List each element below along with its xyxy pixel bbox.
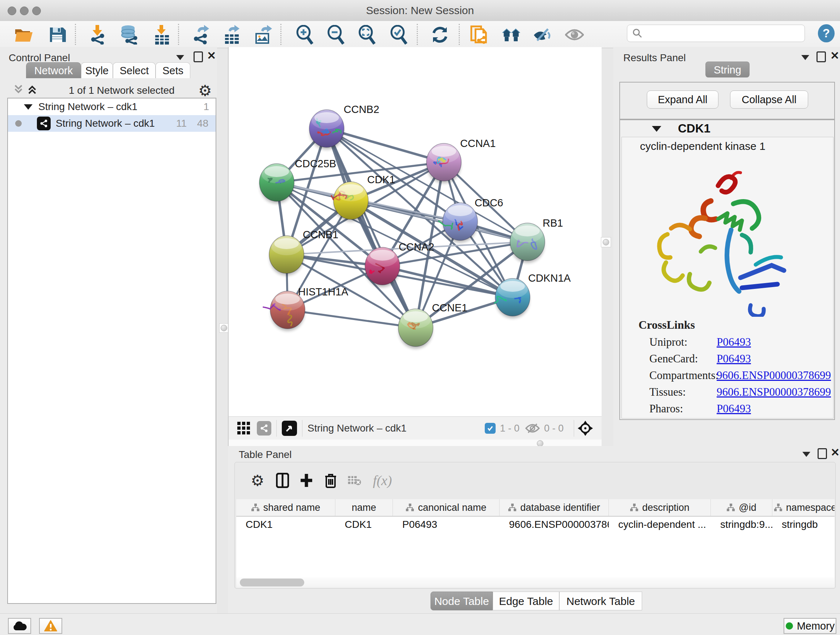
column-header-database-identifier[interactable]: database identifier (500, 499, 609, 516)
table-cell[interactable]: P06493 (393, 516, 500, 532)
show-graphics-details-icon[interactable] (565, 25, 584, 44)
table-hscrollbar-thumb[interactable] (240, 578, 304, 586)
network-options-gear-icon[interactable]: ⚙ (198, 82, 212, 100)
collapse-all-tree-icon[interactable] (12, 83, 25, 96)
copy-network-to-clipboard-icon[interactable] (470, 25, 489, 44)
zoom-out-icon[interactable] (327, 25, 346, 44)
selected-checkbox-icon[interactable] (485, 423, 496, 434)
results-panel-close-icon[interactable]: ✕ (830, 51, 839, 60)
tab-network[interactable]: Network (26, 62, 81, 78)
hide-graphics-details-icon[interactable] (532, 25, 551, 44)
table-cell[interactable]: stringdb (772, 516, 835, 532)
tab-node-table[interactable]: Node Table (431, 592, 493, 610)
expand-all-tree-icon[interactable] (26, 83, 38, 96)
tab-sets[interactable]: Sets (156, 62, 190, 78)
node-label: CDC6 (475, 197, 503, 209)
table-cell[interactable]: CDK1 (236, 516, 335, 532)
table-cell[interactable]: cyclin-dependent ... (609, 516, 711, 532)
right-splitter-handle[interactable] (601, 237, 611, 247)
table-cell[interactable]: stringdb:9... (711, 516, 772, 532)
column-header-name[interactable]: name (335, 499, 393, 516)
network-node-HIST1H1A[interactable]: HIST1H1A (263, 286, 348, 331)
tab-select[interactable]: Select (113, 62, 156, 78)
import-network-from-file-icon[interactable] (88, 25, 106, 44)
crosslink-link[interactable]: P06493 (717, 336, 751, 348)
delete-column-trash-icon[interactable] (325, 473, 337, 488)
node-expand-caret-icon[interactable] (652, 126, 661, 132)
results-panel-float-icon[interactable] (816, 51, 826, 62)
results-panel-menu-caret-icon[interactable] (801, 55, 809, 60)
collapse-all-button[interactable]: Collapse All (730, 90, 808, 109)
network-node-CCNB2[interactable]: CCNB2 (309, 103, 379, 149)
table-panel-menu-caret-icon[interactable] (802, 452, 810, 457)
crosslink-link[interactable]: P06493 (717, 402, 751, 415)
table-panel-close-icon[interactable]: ✕ (831, 448, 840, 457)
crosslink-link[interactable]: 9606.ENSP00000378699 (717, 369, 831, 382)
table-hscrollbar[interactable] (236, 578, 835, 587)
search-input[interactable] (643, 27, 799, 40)
fit-selected-crosshair-icon[interactable] (577, 420, 594, 437)
warnings-button[interactable] (39, 618, 62, 634)
network-node-RB1[interactable]: RB1 (510, 217, 563, 263)
tab-edge-table[interactable]: Edge Table (493, 592, 559, 610)
export-image-icon[interactable] (254, 25, 273, 44)
network-row[interactable]: String Network – cdk1 11 48 (8, 115, 216, 132)
import-table-from-file-icon[interactable] (153, 25, 172, 44)
function-builder-icon[interactable]: f(x) (373, 472, 392, 488)
table-row[interactable]: CDK1CDK1P064939606.ENSP00000378699cyclin… (236, 516, 835, 532)
network-node-CCNE1[interactable]: CCNE1 (398, 302, 467, 348)
zoom-fit-icon[interactable] (358, 25, 377, 44)
column-header-shared-name[interactable]: shared name (236, 499, 335, 516)
crosslink-label: GeneCard: (649, 352, 698, 365)
network-node-CDK1[interactable]: CDK1 (332, 174, 395, 222)
crosslink-link[interactable]: P06493 (717, 352, 751, 365)
tab-network-table[interactable]: Network Table (559, 592, 642, 610)
save-session-icon[interactable] (48, 25, 66, 44)
show-columns-icon[interactable] (276, 473, 289, 488)
hidden-eye-icon[interactable] (525, 423, 540, 434)
column-header-canonical-name[interactable]: canonical name (393, 499, 500, 516)
table-panel-float-icon[interactable] (818, 448, 827, 459)
network-node-CCNA1[interactable]: CCNA1 (426, 138, 496, 183)
results-tab-string[interactable]: String (706, 62, 750, 78)
memory-button[interactable]: Memory (783, 618, 836, 634)
horizontal-splitter[interactable] (228, 440, 602, 446)
zoom-in-icon[interactable] (295, 25, 314, 44)
tab-style[interactable]: Style (81, 62, 113, 78)
collection-expand-caret-icon[interactable] (24, 104, 33, 110)
shared-column-icon (774, 503, 783, 512)
help-icon[interactable]: ? (817, 24, 836, 43)
column-header-namespace[interactable]: namespace (772, 499, 835, 516)
network-node-CDKN1A[interactable]: CDKN1A (494, 272, 571, 318)
create-column-plus-icon[interactable] (300, 473, 313, 488)
network-overview-houses-icon[interactable] (502, 25, 521, 44)
network-canvas[interactable]: CCNB2CCNA1CDC25BCDK1CDC6RB1CCNB1CCNA2CDK… (228, 47, 602, 416)
network-node-CDC6[interactable]: CDC6 (439, 197, 503, 242)
open-in-new-window-icon[interactable] (282, 421, 297, 436)
zoom-selected-icon[interactable] (390, 25, 409, 44)
control-panel-float-icon[interactable] (194, 51, 203, 62)
table-settings-gear-icon[interactable]: ⚙ (251, 472, 264, 489)
cloud-button[interactable] (8, 618, 31, 634)
search-field[interactable] (627, 25, 805, 42)
crosslink-link[interactable]: 9606.ENSP00000378699 (717, 386, 831, 399)
control-panel-menu-caret-icon[interactable] (176, 55, 184, 60)
control-panel-close-icon[interactable]: ✕ (207, 51, 216, 60)
collection-label: String Network – cdk1 (38, 101, 137, 112)
column-header-description[interactable]: description (609, 499, 711, 516)
open-session-icon[interactable] (14, 25, 33, 44)
left-splitter-handle[interactable] (219, 323, 229, 333)
network-collection-row[interactable]: String Network – cdk1 1 (8, 98, 216, 115)
export-network-icon[interactable] (191, 25, 210, 44)
expand-all-button[interactable]: Expand All (647, 90, 718, 109)
import-network-from-database-icon[interactable] (119, 25, 138, 44)
column-header-@id[interactable]: @id (711, 499, 772, 516)
refresh-network-icon[interactable] (431, 25, 449, 44)
table-cell[interactable]: 9606.ENSP00000378699 (500, 516, 609, 532)
table-cell[interactable]: CDK1 (335, 516, 393, 532)
node-table[interactable]: shared namenamecanonical namedatabase id… (236, 499, 835, 578)
delete-table-icon[interactable] (347, 475, 362, 486)
birds-eye-view-grid-icon[interactable] (237, 422, 250, 435)
export-table-icon[interactable] (223, 25, 242, 44)
network-share-icon[interactable] (257, 421, 271, 435)
